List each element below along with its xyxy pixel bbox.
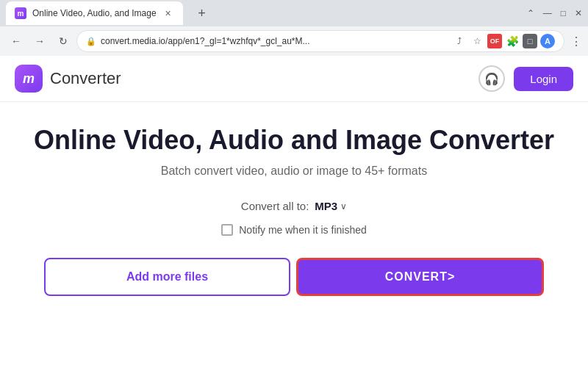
chevron-down-icon: ∨ [340, 201, 347, 212]
maximize-icon[interactable]: □ [561, 8, 566, 18]
support-button[interactable]: 🎧 [478, 65, 505, 92]
forward-button[interactable]: → [29, 31, 50, 51]
notify-label: Notify me when it is finished [239, 224, 367, 236]
title-bar: m Online Video, Audio, and Image × + ⌃ —… [0, 0, 588, 26]
convert-to-label: Convert all to: [241, 200, 309, 212]
tab-favicon: m [15, 7, 26, 19]
browser-menu-button[interactable]: ⋮ [570, 35, 582, 48]
convert-to-row: Convert all to: MP3 ∨ [241, 200, 347, 212]
logo-icon: m [15, 65, 43, 93]
close-icon[interactable]: ✕ [575, 8, 582, 18]
profile-switcher-icon[interactable]: □ [523, 34, 537, 48]
notify-checkbox[interactable] [221, 224, 233, 236]
bottom-bar: Add more files CONVERT> [29, 258, 559, 311]
format-value: MP3 [315, 200, 337, 212]
nav-bar: ← → ↻ 🔒 convert.media.io/app/en1?_gl=1*w… [0, 26, 588, 56]
convert-button[interactable]: CONVERT> [296, 258, 544, 296]
back-button[interactable]: ← [6, 31, 26, 51]
app-content: m Converter 🎧 Login Online Video, Audio … [0, 56, 588, 353]
share-icon[interactable]: ⤴ [452, 34, 467, 48]
tab-close-button[interactable]: × [162, 7, 174, 19]
login-button[interactable]: Login [514, 67, 573, 91]
add-files-button[interactable]: Add more files [44, 258, 290, 296]
browser-tab[interactable]: m Online Video, Audio, and Image × [6, 1, 183, 25]
tab-label: Online Video, Audio, and Image [32, 8, 157, 18]
extension-of-icon[interactable]: OF [487, 34, 502, 48]
chevron-icon: ⌃ [527, 8, 534, 18]
bookmark-icon[interactable]: ☆ [470, 34, 484, 48]
headset-icon: 🎧 [484, 72, 499, 86]
format-dropdown[interactable]: MP3 ∨ [315, 200, 347, 212]
address-bar[interactable]: 🔒 convert.media.io/app/en1?_gl=1*wzhfqv*… [76, 30, 564, 52]
page-title: Online Video, Audio and Image Converter [34, 124, 554, 156]
header-right: 🎧 Login [478, 65, 573, 92]
main-content: Online Video, Audio and Image Converter … [0, 102, 588, 325]
logo-area: m Converter [15, 65, 121, 93]
extensions-icon[interactable]: 🧩 [505, 34, 520, 48]
convert-options: Convert all to: MP3 ∨ Notify me when it … [29, 200, 559, 236]
lock-icon: 🔒 [86, 37, 96, 46]
notify-row: Notify me when it is finished [221, 224, 367, 236]
window-controls: ⌃ — □ ✕ [527, 8, 582, 18]
reload-button[interactable]: ↻ [53, 31, 74, 51]
browser-chrome: m Online Video, Audio, and Image × + ⌃ —… [0, 0, 588, 56]
logo-text: Converter [50, 69, 121, 88]
app-header: m Converter 🎧 Login [0, 56, 588, 102]
profile-avatar[interactable]: A [540, 34, 555, 48]
new-tab-button[interactable]: + [192, 3, 212, 24]
address-icons: ⤴ ☆ OF 🧩 □ A [452, 34, 555, 48]
minimize-icon[interactable]: — [543, 8, 552, 18]
page-subtitle: Batch convert video, audio or image to 4… [161, 165, 427, 178]
address-text: convert.media.io/app/en1?_gl=1*wzhfqv*_g… [101, 36, 448, 46]
